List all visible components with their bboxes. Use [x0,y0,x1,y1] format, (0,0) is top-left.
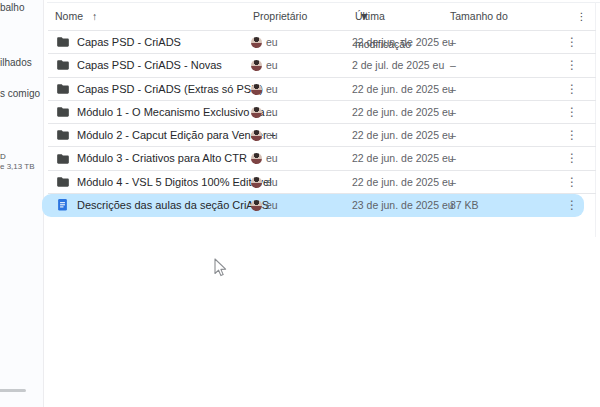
file-row[interactable]: Módulo 1 - O Mecanismo Exclusivo das Cop… [48,101,596,124]
sidebar-item-compartilhados[interactable]: ilhados [0,57,32,68]
storage-text-fragment: D [0,152,6,161]
file-list-panel: Nome↑ Proprietário Última modificação▼ T… [44,0,600,407]
modified-date: 22 de jun. de 2025 eu [352,78,454,100]
modified-date: 22 de jun. de 2025 eu [352,124,454,146]
owner-label: eu [266,78,278,100]
file-name: Descrições das aulas da seção CriADS [77,194,269,216]
file-size: – [450,31,456,53]
folder-icon [56,171,70,193]
file-row[interactable]: Capas PSD - CriADS eu 22 de jun. de 2025… [48,31,596,54]
modified-date: 22 de jun. de 2025 eu [352,147,454,169]
owner-label: eu [266,31,278,53]
folder-icon [56,78,70,100]
owner-label: eu [266,54,278,76]
file-row[interactable]: Capas PSD - CriADS (Extras só PSD) eu 22… [48,78,596,101]
modified-date: 22 de jun. de 2025 eu [352,31,454,53]
row-more-options-icon[interactable]: ⋮ [566,171,578,193]
sort-ascending-icon[interactable]: ↑ [92,10,97,22]
file-size: – [450,171,456,193]
column-header-size[interactable]: Tamanho do [450,2,508,30]
file-size: – [450,101,456,123]
folder-icon [56,147,70,169]
file-row[interactable]: Módulo 2 - Capcut Edição para Vender + e… [48,124,596,147]
modified-date: 22 de jun. de 2025 eu [352,171,454,193]
storage-amount-fragment: e 3,13 TB [0,162,35,171]
owner-label: eu [266,194,278,216]
file-row[interactable]: Módulo 4 - VSL 5 Digitos 100% Editável e… [48,171,596,194]
sidebar-item-compartilhados-comigo[interactable]: s comigo [0,88,40,99]
column-header-owner[interactable]: Proprietário [253,2,307,30]
owner-label: eu [266,147,278,169]
file-size: – [450,78,456,100]
owner-avatar [251,107,262,118]
file-size: – [450,147,456,169]
folder-icon [56,31,70,53]
owner-label: eu [266,101,278,123]
owner-avatar [251,177,262,188]
column-header-name-label: Nome [55,10,83,22]
column-header-modified[interactable]: Última modificação▼ [355,2,369,30]
file-name: Capas PSD - CriADS (Extras só PSD) [77,78,263,100]
row-more-options-icon[interactable]: ⋮ [566,31,578,53]
owner-avatar [251,60,262,71]
sidebar: balho ilhados s comigo D e 3,13 TB [0,0,44,407]
row-more-options-icon[interactable]: ⋮ [566,124,578,146]
file-name: Módulo 3 - Criativos para Alto CTR [77,147,247,169]
owner-avatar [251,84,262,95]
owner-label: eu [266,124,278,146]
file-size: 87 KB [450,194,479,216]
row-more-options-icon[interactable]: ⋮ [566,54,578,76]
column-header-name[interactable]: Nome↑ [55,2,97,30]
file-row[interactable]: Capas PSD - CriADS - Novas eu 2 de jul. … [48,54,596,77]
file-listing: Nome↑ Proprietário Última modificação▼ T… [48,2,596,216]
storage-progress-bar [0,389,26,392]
file-rows: Capas PSD - CriADS eu 22 de jun. de 2025… [48,31,596,216]
modified-date: 22 de jun. de 2025 eu [352,101,454,123]
modified-date: 2 de jul. de 2025 eu [352,54,444,76]
owner-avatar [251,153,262,164]
row-more-options-icon[interactable]: ⋮ [566,147,578,169]
folder-icon [56,124,70,146]
header-more-options-icon[interactable]: ⋮ [576,2,587,30]
file-row[interactable]: Descrições das aulas da seção CriADS eu … [48,194,596,216]
owner-avatar [251,200,262,211]
file-name: Módulo 4 - VSL 5 Digitos 100% Editável [77,171,272,193]
file-size: – [450,54,456,76]
file-name: Módulo 1 - O Mecanismo Exclusivo das Cop… [77,101,277,123]
list-header: Nome↑ Proprietário Última modificação▼ T… [48,2,596,31]
folder-icon [56,54,70,76]
file-name: Capas PSD - CriADS - Novas [77,54,222,76]
owner-label: eu [266,171,278,193]
sidebar-item-trabalho[interactable]: balho [0,2,24,13]
row-more-options-icon[interactable]: ⋮ [566,78,578,100]
file-size: – [450,124,456,146]
owner-avatar [251,37,262,48]
file-row[interactable]: Módulo 3 - Criativos para Alto CTR eu 22… [48,147,596,170]
file-name: Capas PSD - CriADS [77,31,181,53]
modified-date: 23 de jun. de 2025 eu [352,194,454,216]
folder-icon [56,101,70,123]
doc-icon [56,194,69,216]
row-more-options-icon[interactable]: ⋮ [566,101,578,123]
file-name: Módulo 2 - Capcut Edição para Vender + [77,124,276,146]
row-more-options-icon[interactable]: ⋮ [566,194,578,216]
